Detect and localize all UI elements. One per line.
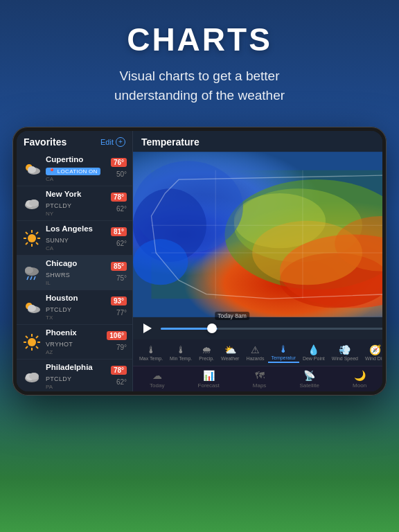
map-title: Temperature <box>141 136 200 148</box>
location-item[interactable]: Chicago SHWRS IL 85° 75° <box>17 256 132 290</box>
svg-point-34 <box>29 373 39 380</box>
nav-item-moon[interactable]: 🌙 Moon <box>347 370 372 389</box>
location-state: IL <box>46 280 111 286</box>
location-temps: 93° 77° <box>111 296 127 318</box>
nav-item-today[interactable]: ☁ Today <box>144 370 170 389</box>
location-state: PA <box>46 384 111 390</box>
chart-type-item[interactable]: 🌧 Precip. <box>195 343 218 362</box>
location-info: Chicago SHWRS IL <box>46 259 111 286</box>
weather-icon <box>22 332 42 352</box>
location-list: Cupertino 📍 LOCATION ON CA 76° 50° New Y… <box>17 152 132 391</box>
location-name: Los Angeles <box>46 224 111 233</box>
location-name: New York <box>46 190 111 198</box>
location-state: TX <box>46 314 111 321</box>
chart-type-selector: 🌡 Max Temp. 🌡 Min Temp. 🌧 Precip. ⛅ Weat… <box>133 339 382 366</box>
svg-point-23 <box>28 338 36 346</box>
nav-icon: 🗺 <box>255 370 265 381</box>
play-button[interactable] <box>140 321 155 336</box>
temp-hi-badge: 76° <box>111 158 127 167</box>
svg-line-18 <box>30 276 32 280</box>
nav-item-maps[interactable]: 🗺 Maps <box>247 370 272 389</box>
weather-icon <box>22 263 42 283</box>
location-state: CA <box>46 176 111 182</box>
svg-line-11 <box>26 232 28 234</box>
chart-icon: 💨 <box>339 344 351 355</box>
location-name: Chicago <box>46 259 111 267</box>
temp-lo: 62° <box>116 240 127 247</box>
chart-icon-label: Hazards <box>246 356 264 361</box>
sidebar: Favorites Edit + Cupertino 📍 LOCATION ON… <box>17 131 133 391</box>
location-item[interactable]: New York PTCLDY NY 78° 62° <box>17 186 132 221</box>
location-name: Philadelphia <box>46 363 111 371</box>
nav-item-forecast[interactable]: 📊 Forecast <box>193 370 225 389</box>
svg-line-28 <box>26 336 28 338</box>
chart-icon: 🧭 <box>369 344 381 355</box>
svg-line-14 <box>26 242 28 245</box>
weather-icon <box>22 159 42 179</box>
chart-icon: 💧 <box>308 344 319 355</box>
svg-line-13 <box>36 232 38 234</box>
map-svg <box>133 152 382 317</box>
map-header: Temperature ··· <box>133 131 382 152</box>
nav-label: Forecast <box>198 382 220 389</box>
location-item[interactable]: Cupertino 📍 LOCATION ON CA 76° 50° <box>17 152 132 186</box>
weather-icon <box>22 229 42 248</box>
svg-point-50 <box>133 239 188 285</box>
chart-type-item[interactable]: 🧭 Wind Dir. <box>362 343 382 362</box>
location-info: Los Angeles SUNNY CA <box>46 224 111 251</box>
temp-hi-badge: 78° <box>111 366 127 375</box>
location-info: Philadelphia PTCLDY PA <box>46 363 111 390</box>
chart-icon: 🌡 <box>176 344 186 355</box>
nav-item-satellite[interactable]: 📡 Satellite <box>294 370 324 389</box>
nav-label: Moon <box>353 382 366 389</box>
chart-type-item[interactable]: 🌡 Temperatur <box>268 342 299 363</box>
page-subtitle: Visual charts to get a better understand… <box>82 66 317 105</box>
temp-hi-badge: 78° <box>111 193 127 202</box>
location-temps: 76° 50° <box>111 158 127 179</box>
page-title: CHARTS <box>14 21 385 58</box>
temp-lo: 77° <box>116 309 127 317</box>
location-temps: 85° 75° <box>111 262 127 283</box>
temp-lo: 75° <box>116 274 127 282</box>
location-info: Phoenix VRYHOT AZ <box>46 328 107 355</box>
time-slider[interactable]: Today 8am <box>161 321 382 335</box>
chart-icon-label: Dew Point <box>303 356 325 361</box>
nav-label: Satellite <box>299 382 319 389</box>
slider-track <box>161 328 382 330</box>
chart-icon-label: Precip. <box>199 356 214 361</box>
chart-type-item[interactable]: 🌡 Max Temp. <box>136 343 166 362</box>
add-location-button[interactable]: + <box>116 137 125 147</box>
location-info: Houston PTCLDY TX <box>46 294 111 321</box>
temp-hi-badge: 81° <box>111 227 127 236</box>
temperature-map[interactable] <box>133 152 382 317</box>
nav-icon: ☁ <box>152 370 162 381</box>
location-item[interactable]: Houston PTCLDY TX 93° 77° <box>17 290 132 325</box>
chart-icon-label: Min Temp. <box>170 356 192 361</box>
svg-line-31 <box>26 346 28 348</box>
location-item[interactable]: Phoenix VRYHOT AZ 106° 79° <box>17 325 132 360</box>
location-item[interactable]: Los Angeles SUNNY CA 81° 62° <box>17 221 132 256</box>
sidebar-edit-button[interactable]: Edit + <box>100 137 125 147</box>
temp-lo: 79° <box>116 344 127 351</box>
location-item[interactable]: Philadelphia PTCLDY PA 78° 62° <box>17 360 132 391</box>
chart-type-item[interactable]: 🌡 Min Temp. <box>166 343 195 362</box>
chart-icon-label: Max Temp. <box>139 356 163 361</box>
chart-type-item[interactable]: ⚠ Hazards <box>242 343 267 362</box>
playback-controls: Today 8am ⚙ <box>133 317 382 339</box>
chart-icon-label: Weather <box>221 356 239 361</box>
nav-icon: 🌙 <box>354 370 366 381</box>
chart-type-item[interactable]: ⛅ Weather <box>218 343 242 362</box>
header-section: CHARTS Visual charts to get a better und… <box>0 0 399 118</box>
sidebar-header: Favorites Edit + <box>17 131 132 152</box>
chart-icon: ⚠ <box>251 344 260 355</box>
slider-thumb[interactable] <box>207 323 217 333</box>
chart-type-item[interactable]: 💨 Wind Speed <box>328 343 362 362</box>
location-info: New York PTCLDY NY <box>46 190 111 217</box>
svg-line-29 <box>36 346 38 348</box>
svg-line-17 <box>27 276 28 280</box>
chart-type-item[interactable]: 💧 Dew Point <box>299 343 328 362</box>
location-state: AZ <box>46 349 107 355</box>
chart-icon-label: Temperatur <box>272 355 296 360</box>
device-screen: Favorites Edit + Cupertino 📍 LOCATION ON… <box>17 131 382 391</box>
svg-point-5 <box>29 200 39 206</box>
